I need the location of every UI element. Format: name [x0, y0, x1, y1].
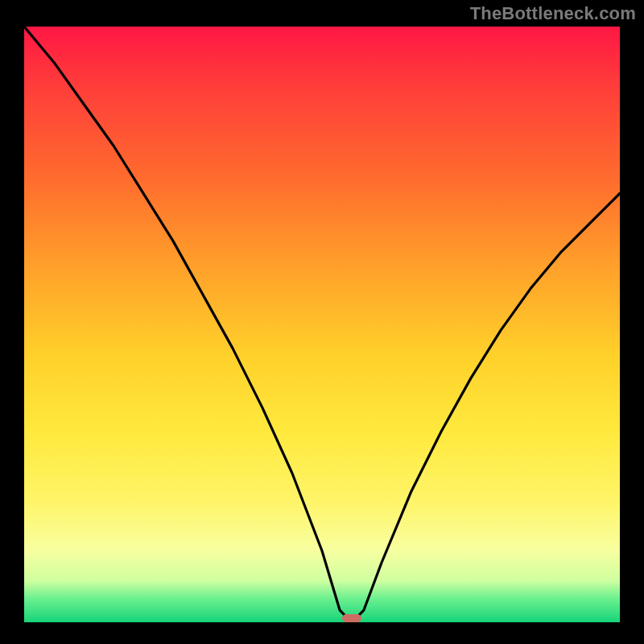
attribution-text: TheBottleneck.com	[470, 3, 636, 24]
optimal-marker	[342, 614, 361, 622]
curve-path	[24, 27, 620, 622]
chart-stage: TheBottleneck.com	[0, 0, 644, 644]
plot-area	[24, 27, 620, 622]
bottleneck-curve	[24, 27, 620, 622]
